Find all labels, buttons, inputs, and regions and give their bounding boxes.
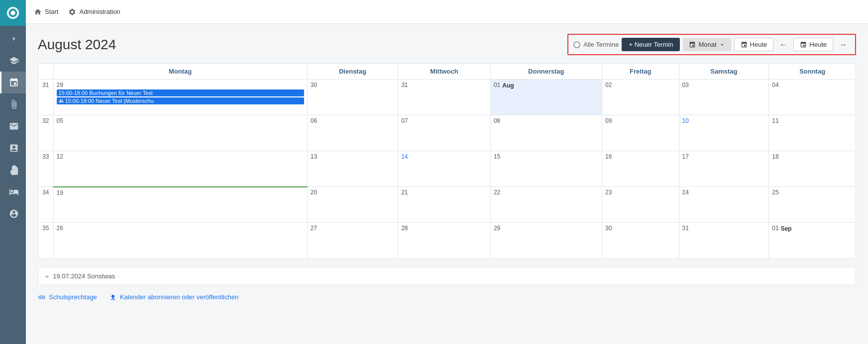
alle-termine-radio[interactable] [573, 41, 580, 48]
new-termin-button[interactable]: + Neuer Termin [622, 38, 680, 51]
day-cell[interactable]: 31 [398, 80, 491, 115]
day-cell[interactable]: 27 [307, 223, 398, 258]
rewind-icon: « [45, 272, 49, 280]
day-number: 11 [772, 117, 853, 124]
day-cell[interactable]: 28 [398, 223, 491, 258]
day-cell[interactable]: 15 [490, 151, 602, 187]
month-label-sep: Sep [781, 225, 792, 232]
calendar-grid-wrap: Montag Dienstag Mittwoch Donnerstag Frei… [38, 63, 856, 259]
nav-admin-label: Administration [79, 8, 120, 15]
week-num-34: 34 [38, 187, 53, 223]
schulsprechtage-link[interactable]: Schulsprechtage [38, 293, 97, 301]
day-cell[interactable]: 02 [602, 80, 679, 115]
day-cell[interactable]: 31 [679, 223, 769, 258]
calendar-icon [9, 78, 19, 87]
month-label: Aug [502, 82, 514, 89]
sidebar-item-requests[interactable] [0, 159, 26, 181]
day-cell[interactable]: 19 [53, 187, 307, 223]
graduation-cap-icon [9, 56, 19, 66]
day-cell[interactable]: 30 [307, 80, 398, 115]
monat-button[interactable]: Monat [683, 38, 731, 51]
mail-icon [9, 121, 19, 131]
calendar-heute-icon-2 [800, 41, 807, 48]
day-cell[interactable]: 07 [398, 115, 491, 151]
sidebar-item-school[interactable] [0, 50, 26, 72]
day-cell[interactable]: 03 [679, 80, 769, 115]
monat-label: Monat [698, 41, 716, 48]
day-cell[interactable]: 10 [679, 115, 769, 151]
table-row: 33 12 13 14 15 16 17 18 [38, 151, 856, 187]
day-cell[interactable]: 16 [602, 151, 679, 187]
bed-icon [9, 187, 19, 197]
day-cell[interactable]: 25 [769, 187, 856, 223]
sidebar-item-users[interactable] [0, 203, 26, 225]
day-number: 02 [605, 82, 676, 88]
day-cell[interactable]: 05 [53, 115, 307, 151]
day-cell[interactable]: 01 Sep [769, 223, 856, 258]
day-number: 30 [311, 82, 395, 88]
day-cell[interactable]: 04 [769, 80, 856, 115]
week-num-33: 33 [38, 151, 53, 187]
sidebar-item-arrow[interactable] [0, 28, 26, 50]
day-cell[interactable]: 21 [398, 187, 491, 223]
heute-button-2[interactable]: Heute [793, 38, 833, 51]
day-number: 16 [605, 153, 676, 160]
heute-button-1[interactable]: Heute [734, 38, 774, 51]
day-number: 30 [605, 225, 676, 232]
day-cell[interactable]: 08 [490, 115, 602, 151]
event-block[interactable]: 15:00-18:00 Neuer Test (Musterschu [57, 97, 304, 104]
nav-start[interactable]: Start [34, 8, 58, 16]
day-number: 10 [682, 117, 766, 124]
week-num-32: 32 [38, 115, 53, 151]
sep-day-header: 01 Sep [772, 225, 853, 233]
day-cell[interactable]: 14 [398, 151, 491, 187]
day-cell[interactable]: 30 [602, 223, 679, 258]
gear-icon [68, 8, 76, 16]
app-logo[interactable] [0, 0, 26, 26]
day-cell[interactable]: 09 [602, 115, 679, 151]
day-cell[interactable]: 22 [490, 187, 602, 223]
day-number: 31 [682, 225, 766, 232]
paperclip-icon [9, 99, 19, 109]
day-cell[interactable]: 26 [53, 223, 307, 258]
alle-termine-toggle[interactable]: Alle Termine [573, 41, 619, 48]
nav-admin[interactable]: Administration [68, 8, 120, 16]
new-termin-label: + Neuer Termin [629, 41, 673, 48]
day-number: 13 [311, 153, 395, 160]
day-cell[interactable]: 29 15:00-18:00 Buchungen für Neuer Test … [53, 80, 307, 115]
week-num-35: 35 [38, 223, 53, 258]
table-row: 35 26 27 28 29 30 31 01 Sep [38, 223, 856, 258]
sidebar-item-mail[interactable] [0, 115, 26, 137]
timetable-icon [9, 143, 19, 153]
day-number: 25 [772, 189, 853, 196]
prev-button[interactable]: ← [776, 38, 790, 51]
calendar-table: Montag Dienstag Mittwoch Donnerstag Frei… [38, 64, 856, 258]
week-header [38, 64, 53, 80]
day-number: 14 [401, 153, 487, 160]
sidebar-item-substitution[interactable] [0, 181, 26, 203]
table-row: 31 29 15:00-18:00 Buchungen für Neuer Te… [38, 80, 856, 115]
topnav: Start Administration [26, 0, 868, 24]
day-cell[interactable]: 12 [53, 151, 307, 187]
event-block[interactable]: 15:00-18:00 Buchungen für Neuer Test [57, 89, 304, 96]
day-cell[interactable]: 29 [490, 223, 602, 258]
day-cell-today[interactable]: 01 Aug [490, 80, 602, 115]
sidebar-item-calendar[interactable] [0, 72, 26, 93]
sidebar-item-attachments[interactable] [0, 93, 26, 115]
day-number: 05 [57, 117, 304, 124]
day-cell[interactable]: 17 [679, 151, 769, 187]
user-circle-icon [9, 209, 19, 219]
alle-termine-label: Alle Termine [583, 41, 619, 48]
day-cell[interactable]: 24 [679, 187, 769, 223]
day-cell[interactable]: 18 [769, 151, 856, 187]
next-button[interactable]: → [836, 38, 850, 51]
bottom-item-text: 19.07.2024 Sonstwas [53, 272, 115, 280]
day-number: 01 [772, 225, 778, 232]
sidebar-item-timetable[interactable] [0, 137, 26, 159]
day-cell[interactable]: 06 [307, 115, 398, 151]
day-cell[interactable]: 13 [307, 151, 398, 187]
subscribe-link[interactable]: Kalender abonnieren oder veröffentlichen [109, 293, 238, 301]
day-cell[interactable]: 20 [307, 187, 398, 223]
day-cell[interactable]: 23 [602, 187, 679, 223]
day-cell[interactable]: 11 [769, 115, 856, 151]
